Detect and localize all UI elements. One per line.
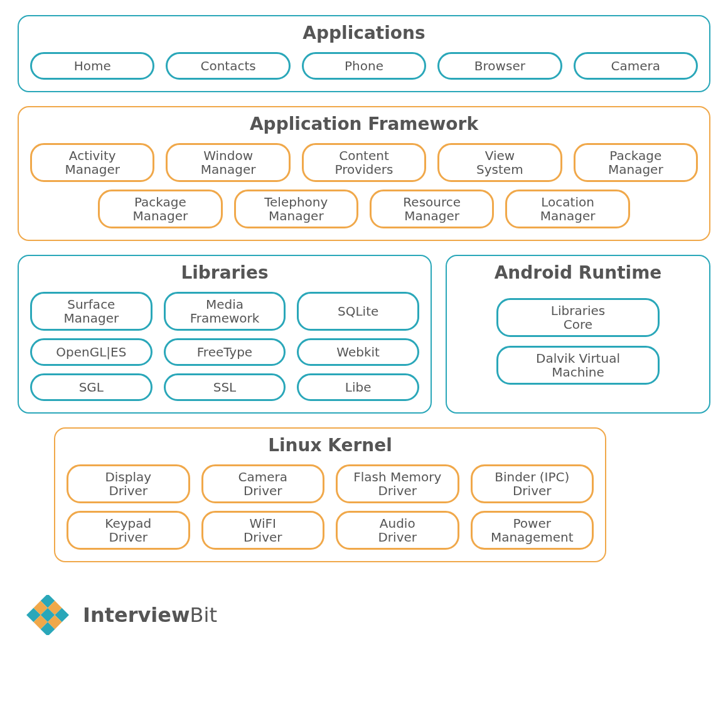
lib-webkit: Webkit xyxy=(297,338,419,366)
runtime-title: Android Runtime xyxy=(458,262,698,283)
framework-row-2: PackageManager TelephonyManager Resource… xyxy=(30,190,698,228)
kn-keypad-driver: KeypadDriver xyxy=(67,511,190,550)
brand-name: InterviewBit xyxy=(83,603,217,627)
lib-media-framework: MediaFramework xyxy=(164,292,286,331)
kn-camera-driver: CameraDriver xyxy=(201,464,325,503)
applications-title: Applications xyxy=(30,23,698,43)
app-phone: Phone xyxy=(302,52,426,80)
lib-sqlite: SQLite xyxy=(297,292,419,331)
libraries-title: Libraries xyxy=(30,262,419,283)
applications-layer: Applications Home Contacts Phone Browser… xyxy=(18,15,710,92)
fw-telephony-manager: TelephonyManager xyxy=(234,190,358,228)
fw-resource-manager: ResourceManager xyxy=(370,190,494,228)
kn-power-management: PowerManagement xyxy=(471,511,594,550)
app-home: Home xyxy=(30,52,154,80)
fw-location-manager: LocationManager xyxy=(505,190,629,228)
app-contacts: Contacts xyxy=(166,52,290,80)
kernel-title: Linux Kernel xyxy=(67,435,594,456)
brand-logo-icon xyxy=(23,595,73,635)
rt-libraries-core: LibrariesCore xyxy=(496,298,660,337)
lib-freetype: FreeType xyxy=(164,338,286,366)
libraries-row-1: SurfaceManager MediaFramework SQLite xyxy=(30,292,419,331)
kn-audio-driver: AudioDriver xyxy=(336,511,459,550)
kernel-wrap: Linux Kernel DisplayDriver CameraDriver … xyxy=(18,427,710,576)
libraries-runtime-row: Libraries SurfaceManager MediaFramework … xyxy=(18,255,710,414)
fw-content-providers: ContentProviders xyxy=(302,143,426,182)
fw-package-manager-2: PackageManager xyxy=(98,190,222,228)
rt-dalvik-vm: Dalvik VirtualMachine xyxy=(496,346,660,385)
applications-row: Home Contacts Phone Browser Camera xyxy=(30,52,698,80)
app-browser: Browser xyxy=(437,52,562,80)
kn-binder-ipc-driver: Binder (IPC)Driver xyxy=(471,464,594,503)
lib-surface-manager: SurfaceManager xyxy=(30,292,153,331)
app-camera: Camera xyxy=(574,52,698,80)
libraries-row-3: SGL SSL Libe xyxy=(30,373,419,401)
fw-package-manager-1: PackageManager xyxy=(574,143,698,182)
brand-logo: InterviewBit xyxy=(23,595,710,635)
fw-activity-manager: ActivityManager xyxy=(30,143,154,182)
runtime-layer: Android Runtime LibrariesCore Dalvik Vir… xyxy=(446,255,710,414)
lib-sgl: SGL xyxy=(30,373,153,401)
kernel-layer: Linux Kernel DisplayDriver CameraDriver … xyxy=(54,427,606,562)
framework-row-1: ActivityManager WindowManager ContentPro… xyxy=(30,143,698,182)
brand-name-bold: Interview xyxy=(83,603,190,627)
framework-layer: Application Framework ActivityManager Wi… xyxy=(18,106,710,241)
fw-window-manager: WindowManager xyxy=(166,143,290,182)
libraries-layer: Libraries SurfaceManager MediaFramework … xyxy=(18,255,432,414)
fw-view-system: ViewSystem xyxy=(437,143,562,182)
kernel-row-2: KeypadDriver WiFIDriver AudioDriver Powe… xyxy=(67,511,594,550)
libraries-row-2: OpenGL|ES FreeType Webkit xyxy=(30,338,419,366)
kn-flash-memory-driver: Flash MemoryDriver xyxy=(336,464,459,503)
kn-wifi-driver: WiFIDriver xyxy=(201,511,325,550)
runtime-items: LibrariesCore Dalvik VirtualMachine xyxy=(458,292,698,391)
lib-opengl-es: OpenGL|ES xyxy=(30,338,153,366)
lib-ssl: SSL xyxy=(164,373,286,401)
lib-libe: Libe xyxy=(297,373,419,401)
framework-title: Application Framework xyxy=(30,114,698,134)
kn-display-driver: DisplayDriver xyxy=(67,464,190,503)
brand-name-light: Bit xyxy=(190,603,217,627)
kernel-row-1: DisplayDriver CameraDriver Flash MemoryD… xyxy=(67,464,594,503)
